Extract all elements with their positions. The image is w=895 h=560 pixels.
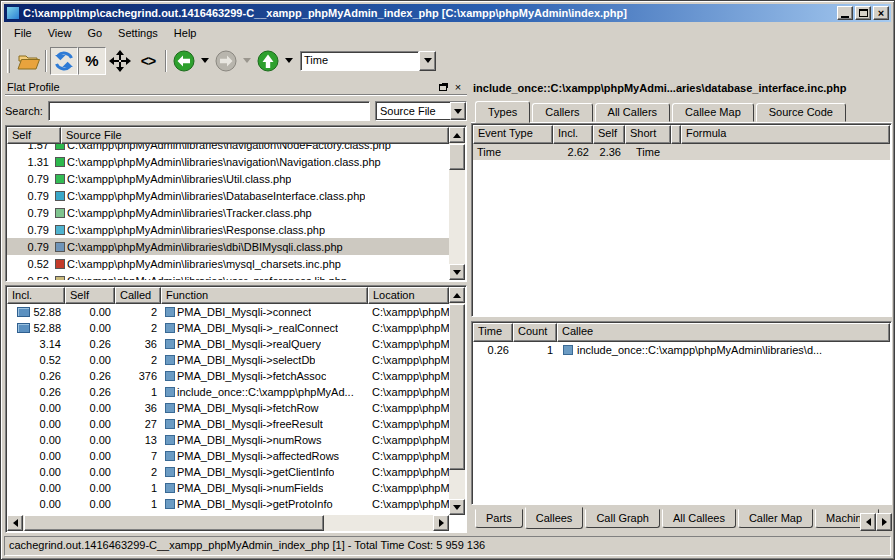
close-button[interactable]: ×	[873, 6, 889, 20]
source-file-row[interactable]: 1.57 C:\xampp\phpMyAdmin\libraries\navig…	[7, 144, 449, 153]
menu-item[interactable]: Help	[166, 24, 205, 42]
function-row[interactable]: 0.00 0.00 13 PMA_DBI_Mysqli->numRows C:\…	[7, 432, 449, 448]
forward-dropdown-caret[interactable]	[243, 58, 251, 63]
incl-cost-cell: 0.00	[7, 466, 65, 478]
horizontal-scrollbar[interactable]	[7, 515, 449, 531]
column-header-self[interactable]: Self	[7, 127, 61, 144]
column-header-function[interactable]: Function	[161, 287, 368, 304]
bottom-tab[interactable]: Callees	[525, 507, 584, 529]
dock-float-button[interactable]	[437, 80, 451, 93]
minimize-button[interactable]	[837, 6, 853, 20]
combo-arrow-button[interactable]	[450, 102, 466, 120]
maximize-button[interactable]	[855, 6, 871, 20]
column-header-incl[interactable]: Incl.	[7, 287, 65, 304]
source-file-row[interactable]: 0.79 C:\xampp\phpMyAdmin\libraries\Datab…	[7, 187, 449, 204]
cycle-grouping-button[interactable]	[50, 47, 78, 75]
column-header-event-type[interactable]: Event Type	[473, 125, 553, 144]
function-row[interactable]: 0.00 0.00 7 PMA_DBI_Mysqli->affectedRows…	[7, 448, 449, 464]
scroll-up-button[interactable]	[449, 127, 465, 143]
scroll-up-button[interactable]	[449, 287, 465, 303]
dock-title-bar[interactable]: Flat Profile ×	[5, 79, 467, 95]
search-input[interactable]	[48, 101, 370, 121]
tab-scroll-left-button[interactable]	[860, 513, 876, 531]
back-dropdown-caret[interactable]	[201, 58, 209, 63]
open-file-button[interactable]	[14, 47, 42, 75]
function-row[interactable]: 52.88 0.00 2 PMA_DBI_Mysqli->_realConnec…	[7, 320, 449, 336]
function-name-cell: PMA_DBI_Mysqli->connect	[161, 306, 368, 318]
column-header-time[interactable]: Time	[473, 323, 513, 342]
column-header-spacer[interactable]	[671, 125, 681, 144]
menu-item[interactable]: File	[6, 24, 40, 42]
source-toggle-button[interactable]: <>	[134, 47, 162, 75]
scrollbar-thumb[interactable]	[449, 144, 465, 170]
source-file-row[interactable]: 0.52 C:\xampp\phpMyAdmin\libraries\mysql…	[7, 255, 449, 272]
scroll-right-button[interactable]	[433, 515, 449, 531]
event-type-row[interactable]: Time 2.62 2.36 Time	[473, 144, 890, 160]
function-row[interactable]: 0.00 0.00 27 PMA_DBI_Mysqli->freeResult …	[7, 416, 449, 432]
scrollbar-thumb[interactable]	[449, 304, 465, 470]
scroll-down-button[interactable]	[449, 264, 465, 280]
up-button[interactable]	[254, 47, 282, 75]
detail-tab[interactable]: Source Code	[756, 103, 846, 122]
menu-item[interactable]: Settings	[110, 24, 166, 42]
source-file-row[interactable]: 1.31 C:\xampp\phpMyAdmin\libraries\navig…	[7, 153, 449, 170]
source-file-row[interactable]: 0.79 C:\xampp\phpMyAdmin\libraries\dbi\D…	[7, 238, 449, 255]
source-file-row[interactable]: 0.79 C:\xampp\phpMyAdmin\libraries\Util.…	[7, 170, 449, 187]
called-count-cell: 1	[115, 498, 161, 510]
column-header-count[interactable]: Count	[513, 323, 557, 342]
column-header-self[interactable]: Self	[65, 287, 115, 304]
source-file-row[interactable]: 0.79 C:\xampp\phpMyAdmin\libraries\Respo…	[7, 221, 449, 238]
toolbar-handle[interactable]	[7, 49, 10, 73]
scroll-down-button[interactable]	[449, 499, 465, 515]
tab-scroll-right-button[interactable]	[876, 513, 892, 531]
vertical-scrollbar[interactable]	[449, 287, 465, 515]
relative-percent-button[interactable]: %	[78, 47, 106, 75]
column-header-source-file[interactable]: Source File	[61, 127, 449, 144]
callee-row[interactable]: 0.26 1 include_once::C:\xampp\phpMyAdmin…	[473, 342, 890, 358]
title-bar[interactable]: C:\xampp\tmp\cachegrind.out.1416463299-C…	[4, 4, 891, 22]
detail-tab[interactable]: Callers	[532, 103, 592, 122]
function-row[interactable]: 52.88 0.00 2 PMA_DBI_Mysqli->connect C:\…	[7, 304, 449, 320]
scrollbar-thumb[interactable]	[24, 515, 324, 531]
combo-arrow-button[interactable]	[419, 51, 436, 71]
back-button[interactable]	[170, 47, 198, 75]
detail-tab[interactable]: All Callers	[595, 103, 671, 122]
column-header-callee[interactable]: Callee	[557, 323, 890, 342]
column-header-called[interactable]: Called	[115, 287, 161, 304]
grouping-selector[interactable]: Source File	[375, 101, 467, 121]
up-dropdown-caret[interactable]	[285, 58, 293, 63]
bottom-tab[interactable]: Caller Map	[738, 509, 813, 528]
function-row[interactable]: 0.26 0.26 376 PMA_DBI_Mysqli->fetchAssoc…	[7, 368, 449, 384]
function-row[interactable]: 3.14 0.26 36 PMA_DBI_Mysqli->realQuery C…	[7, 336, 449, 352]
column-header-incl[interactable]: Incl.	[553, 125, 593, 144]
source-file-row[interactable]: 0.79 C:\xampp\phpMyAdmin\libraries\Track…	[7, 204, 449, 221]
bottom-tab[interactable]: Call Graph	[585, 509, 660, 528]
function-row[interactable]: 0.00 0.00 36 PMA_DBI_Mysqli->fetchRow C:…	[7, 400, 449, 416]
column-header-location[interactable]: Location	[368, 287, 449, 304]
dock-close-button[interactable]: ×	[451, 80, 465, 93]
menu-item[interactable]: View	[40, 24, 80, 42]
expand-cost-button[interactable]	[106, 47, 134, 75]
detail-tab[interactable]: Callee Map	[672, 103, 754, 122]
column-header-self[interactable]: Self	[593, 125, 625, 144]
forward-button[interactable]	[212, 47, 240, 75]
function-row[interactable]: 0.52 0.00 2 PMA_DBI_Mysqli->selectDb C:\…	[7, 352, 449, 368]
column-header-short[interactable]: Short	[625, 125, 671, 144]
event-type-selector[interactable]: Time	[300, 51, 436, 71]
vertical-scrollbar[interactable]	[449, 127, 465, 280]
bottom-tab[interactable]: Parts	[475, 509, 523, 528]
column-header-formula[interactable]: Formula	[681, 125, 890, 144]
self-cost: 0.52	[7, 258, 49, 270]
bottom-tab[interactable]: All Callees	[662, 509, 736, 528]
function-row[interactable]: 0.00 0.00 1 PMA_DBI_Mysqli->getProtoInfo…	[7, 496, 449, 512]
source-file-row[interactable]: 0.52 C:\xampp\phpMyAdmin\libraries\user_…	[7, 272, 449, 280]
menu-item[interactable]: Go	[79, 24, 110, 42]
detail-tab[interactable]: Types	[475, 101, 530, 123]
arrow-up-icon	[453, 133, 461, 138]
function-row[interactable]: 0.00 0.00 2 PMA_DBI_Mysqli->getClientInf…	[7, 464, 449, 480]
location-cell: C:\xampp\phpMy...	[368, 306, 449, 318]
self-cost-cell: 0.00	[65, 402, 115, 414]
function-row[interactable]: 0.26 0.26 1 include_once::C:\xampp\phpMy…	[7, 384, 449, 400]
scroll-left-button[interactable]	[7, 515, 23, 531]
function-row[interactable]: 0.00 0.00 1 PMA_DBI_Mysqli->numFields C:…	[7, 480, 449, 496]
